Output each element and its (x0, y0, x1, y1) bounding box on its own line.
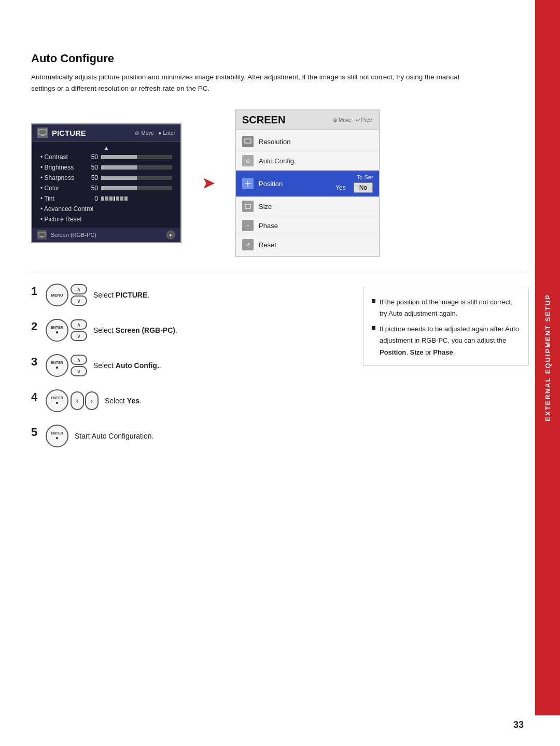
up-down-buttons-3: ∧ ∨ (71, 355, 87, 376)
size-icon (242, 201, 254, 212)
picture-up-arrow: ▲ (32, 144, 180, 152)
enter-dot-icon-4: ● (55, 400, 59, 405)
picture-menu: PICTURE ⊕ Move ● Enter ▲ • Contrast 50 (31, 123, 181, 243)
enter-dot-icon-5: ● (55, 435, 59, 441)
screen-menu: SCREEN ⊕ Move ↩ Prev. Resolution (235, 109, 380, 257)
svg-rect-7 (245, 204, 250, 208)
page-number: 33 (513, 720, 524, 730)
screen-item-size-label: Size (259, 203, 373, 210)
screen-move-icon: ⊕ (333, 117, 337, 123)
section-divider (31, 273, 529, 273)
sidebar-label: EXTERNAL EQUIPMENT SETUP (544, 294, 552, 421)
enter-button-4: ENTER ● (46, 389, 68, 412)
main-content: Auto Configure Automatically adjusts pic… (31, 52, 529, 715)
svg-rect-0 (39, 130, 46, 135)
sidebar: EXTERNAL EQUIPMENT SETUP (535, 0, 560, 715)
position-icon (242, 178, 254, 189)
move-icon: ⊕ (135, 130, 139, 136)
step-3-text: Select Auto Config.. (93, 360, 347, 371)
yes-button[interactable]: Yes (330, 182, 352, 193)
up-button: ∧ (71, 284, 87, 294)
screen-item-phase-label: Phase (259, 222, 373, 230)
step-3-icons: ENTER ● ∧ ∨ (46, 354, 87, 377)
sharpness-bar (101, 176, 172, 180)
step-4-text: Select Yes. (105, 396, 347, 406)
enter-button-2: ENTER ● (46, 319, 68, 342)
enter-button-5: ENTER ● (46, 425, 68, 447)
picture-footer: Screen (RGB-PC) ● (32, 228, 180, 242)
left-button: ‹ (71, 391, 84, 410)
down-button-3: ∨ (71, 366, 87, 376)
screen-item-position: Position To Set Yes No (236, 171, 379, 197)
steps-list: 1 MENU ∧ ∨ Select PICTURE. 2 ENTER ● (31, 284, 347, 460)
step-5-number: 5 (31, 427, 39, 438)
resolution-icon (242, 136, 254, 147)
picture-menu-body: ▲ • Contrast 50 • Brightness 50 • S (32, 142, 180, 227)
step-3-number: 3 (31, 356, 39, 368)
screen-item-position-label: Position (259, 180, 325, 188)
position-controls: To Set Yes No (330, 174, 373, 193)
phase-icon: ~ (242, 220, 254, 231)
picture-nav-hint: ⊕ Move ● Enter (135, 130, 175, 136)
picture-item-reset: • Picture Reset (32, 214, 180, 224)
screen-menu-title: SCREEN (242, 114, 285, 126)
enter-dot: ● (158, 130, 161, 136)
step-5: 5 ENTER ● Start Auto Configuration. (31, 425, 347, 447)
picture-item-contrast: • Contrast 50 (32, 152, 180, 162)
screen-menu-items: Resolution ⊙ Auto Config. (236, 130, 379, 256)
svg-rect-2 (39, 232, 45, 236)
autoconfig-icon: ⊙ (242, 155, 254, 166)
footer-label: Screen (RGB-PC) (51, 232, 162, 238)
screen-item-resolution: Resolution (236, 132, 379, 151)
step-4: 4 ENTER ● ‹ › Select Yes. (31, 389, 347, 412)
picture-item-advanced: • Advanced Control (32, 204, 180, 214)
screen-item-autoconfig-label: Auto Config. (259, 157, 373, 165)
up-down-buttons: ∧ ∨ (71, 284, 87, 306)
picture-item-brightness: • Brightness 50 (32, 162, 180, 173)
reset-icon: ↺ (242, 239, 254, 250)
screen-rgb-icon (37, 230, 47, 240)
step-4-number: 4 (31, 391, 39, 403)
picture-item-sharpness: • Sharpness 50 (32, 173, 180, 183)
picture-menu-header: PICTURE ⊕ Move ● Enter (32, 124, 180, 142)
step-2: 2 ENTER ● ∧ ∨ Select Screen (RGB-PC). (31, 319, 347, 342)
to-set-label: To Set (357, 174, 373, 180)
step-2-text: Select Screen (RGB-PC). (93, 325, 347, 336)
picture-menu-title: PICTURE (52, 129, 86, 137)
enter-dot-icon: ● (55, 329, 59, 335)
step-5-icons: ENTER ● (46, 425, 68, 447)
down-button-2: ∨ (71, 331, 87, 341)
step-1-text: Select PICTURE. (93, 290, 347, 301)
down-button: ∨ (71, 295, 87, 306)
screen-item-reset: ↺ Reset (236, 235, 379, 254)
bullet-2 (372, 326, 375, 330)
screen-item-size: Size (236, 197, 379, 216)
step-2-number: 2 (31, 321, 39, 332)
picture-menu-icon (37, 128, 48, 138)
svg-rect-4 (245, 139, 251, 143)
footer-enter-icon: ● (166, 230, 175, 240)
svg-rect-1 (41, 135, 44, 136)
color-bar (101, 186, 172, 190)
note-2-text: If picture needs to be adjusted again af… (380, 323, 520, 358)
yes-no-buttons: Yes No (330, 182, 373, 193)
picture-item-color: • Color 50 (32, 183, 180, 193)
step-1-icons: MENU ∧ ∨ (46, 284, 87, 306)
right-button: › (85, 391, 99, 410)
screen-item-reset-label: Reset (259, 241, 373, 249)
screen-prev-icon: ↩ (356, 117, 360, 123)
screen-nav-hint: ⊕ Move ↩ Prev. (333, 117, 373, 123)
no-button[interactable]: No (354, 182, 373, 193)
page-title: Auto Configure (31, 52, 529, 65)
steps-notes-container: 1 MENU ∧ ∨ Select PICTURE. 2 ENTER ● (31, 284, 529, 460)
step-4-icons: ENTER ● ‹ › (46, 389, 99, 412)
step-3: 3 ENTER ● ∧ ∨ Select Auto Config.. (31, 354, 347, 377)
note-1: If the position of the image is still no… (372, 297, 520, 319)
screens-demo: PICTURE ⊕ Move ● Enter ▲ • Contrast 50 (31, 109, 529, 257)
left-right-buttons: ‹ › (71, 391, 99, 410)
page-description: Automatically adjusts picture position a… (31, 72, 477, 94)
step-2-icons: ENTER ● ∧ ∨ (46, 319, 87, 342)
up-down-buttons-2: ∧ ∨ (71, 319, 87, 341)
contrast-bar (101, 155, 172, 159)
enter-dot-icon-3: ● (55, 364, 59, 370)
